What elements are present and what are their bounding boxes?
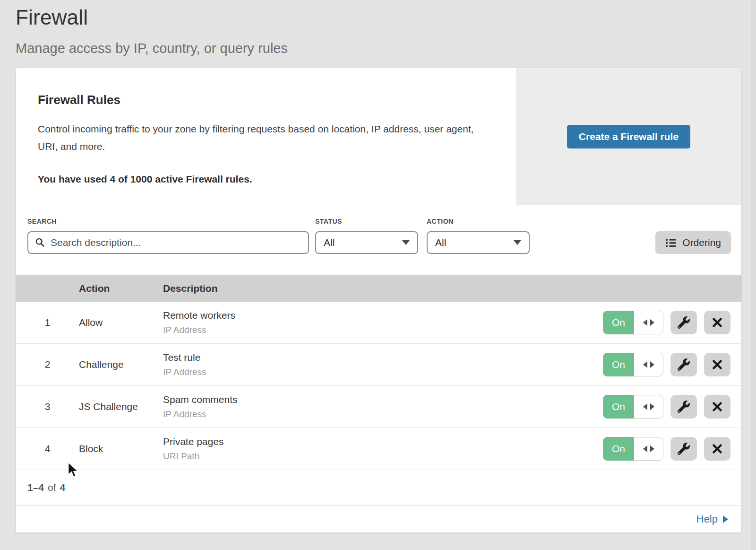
rule-description-cell: Test rule IP Address [163, 352, 603, 377]
rules-summary-section: Firewall Rules Control incoming traffic … [16, 68, 741, 205]
wrench-icon [678, 443, 690, 455]
delete-rule-button[interactable] [704, 395, 730, 419]
filter-bar: SEARCH STATUS All [16, 205, 741, 275]
card-description: Control incoming traffic to your zone by… [38, 121, 487, 156]
rules-table-header: Action Description [16, 275, 741, 302]
rule-status-toggle[interactable]: On [603, 395, 663, 419]
rules-summary-text: Firewall Rules Control incoming traffic … [16, 68, 516, 205]
pagination-of: of [48, 482, 56, 493]
toggle-on-label: On [603, 437, 634, 461]
create-firewall-rule-button[interactable]: Create a Firewall rule [567, 125, 690, 148]
ordered-list-icon [665, 237, 676, 248]
edit-rule-button[interactable] [670, 311, 697, 334]
rule-status-toggle[interactable]: On [603, 311, 663, 334]
ordering-button-label: Ordering [682, 237, 721, 248]
search-label: SEARCH [27, 218, 309, 225]
rule-action: Block [79, 443, 163, 454]
close-icon [712, 443, 723, 454]
edit-rule-button[interactable] [670, 395, 697, 419]
rule-row: 4 Block Private pages URI Path On [16, 428, 741, 470]
rule-controls: On [603, 311, 741, 334]
wrench-icon [678, 401, 690, 413]
rule-match-type: URI Path [163, 451, 603, 462]
rule-status-toggle[interactable]: On [603, 437, 663, 461]
close-icon [712, 317, 723, 328]
ordering-button[interactable]: Ordering [655, 231, 731, 254]
search-icon [35, 237, 45, 248]
rule-description: Remote workers [163, 310, 603, 321]
toggle-arrows-icon[interactable] [634, 437, 663, 461]
create-rule-panel: Create a Firewall rule [516, 68, 741, 205]
rule-row: 3 JS Challenge Spam comments IP Address … [16, 386, 741, 428]
action-select[interactable]: All [427, 231, 530, 254]
page-subtitle: Manage access by IP, country, or query r… [16, 41, 756, 56]
action-label: ACTION [427, 218, 530, 225]
toggle-on-label: On [603, 311, 634, 334]
delete-rule-button[interactable] [704, 311, 730, 334]
close-icon [712, 359, 723, 370]
status-select[interactable]: All [315, 231, 418, 254]
rule-priority: 1 [16, 317, 79, 328]
close-icon [712, 401, 723, 412]
pagination-row: 1–4 of 4 [16, 470, 741, 506]
chevron-down-icon [514, 240, 521, 245]
status-label: STATUS [315, 218, 418, 225]
rule-controls: On [603, 437, 741, 461]
delete-rule-button[interactable] [704, 437, 730, 461]
rule-row: 1 Allow Remote workers IP Address On [16, 302, 741, 344]
rule-controls: On [603, 353, 741, 376]
help-row: Help [16, 506, 741, 533]
description-column-header: Description [163, 283, 741, 294]
toggle-arrows-icon[interactable] [634, 395, 663, 419]
toggle-on-label: On [603, 353, 634, 376]
rule-match-type: IP Address [163, 325, 603, 335]
firewall-rules-card: Firewall Rules Control incoming traffic … [16, 68, 742, 533]
edit-rule-button[interactable] [670, 437, 697, 461]
rules-table-body: 1 Allow Remote workers IP Address On [16, 302, 741, 470]
edit-rule-button[interactable] [670, 353, 697, 376]
rule-match-type: IP Address [163, 367, 603, 377]
firewall-page: Firewall Manage access by IP, country, o… [0, 0, 756, 550]
wrench-icon [678, 358, 690, 371]
wrench-icon [678, 316, 690, 329]
toggle-on-label: On [603, 395, 634, 419]
page-header: Firewall Manage access by IP, country, o… [0, 0, 756, 56]
rule-row: 2 Challenge Test rule IP Address On [16, 344, 741, 386]
rule-priority: 3 [16, 401, 79, 412]
rule-action: JS Challenge [79, 401, 163, 412]
card-title: Firewall Rules [38, 93, 497, 107]
help-link[interactable]: Help [696, 513, 728, 525]
search-input[interactable] [51, 237, 301, 248]
rule-description-cell: Spam comments IP Address [163, 394, 603, 419]
status-select-value: All [324, 237, 335, 248]
rule-action: Challenge [79, 359, 163, 370]
right-triangle-icon [723, 515, 728, 523]
rule-description: Spam comments [163, 394, 603, 405]
search-box[interactable] [27, 231, 309, 254]
rule-priority: 2 [16, 359, 79, 370]
rules-usage-count: You have used 4 of 1000 active Firewall … [38, 174, 497, 185]
page-title: Firewall [16, 6, 756, 29]
rule-priority: 4 [16, 443, 79, 454]
rule-status-toggle[interactable]: On [603, 353, 663, 376]
rule-description: Private pages [163, 436, 603, 447]
toggle-arrows-icon[interactable] [634, 353, 663, 376]
rule-action: Allow [79, 317, 163, 328]
rule-match-type: IP Address [163, 409, 603, 419]
pagination-total: 4 [60, 482, 66, 493]
chevron-down-icon [402, 240, 410, 245]
toggle-arrows-icon[interactable] [634, 311, 663, 334]
help-link-label: Help [696, 513, 718, 525]
delete-rule-button[interactable] [704, 353, 730, 376]
rule-controls: On [603, 395, 741, 419]
rule-description: Test rule [163, 352, 603, 363]
action-select-value: All [435, 237, 446, 248]
status-filter-group: STATUS All [315, 218, 418, 254]
rule-description-cell: Remote workers IP Address [163, 310, 603, 335]
pagination-range: 1–4 [27, 482, 44, 493]
rule-description-cell: Private pages URI Path [163, 436, 603, 462]
action-filter-group: ACTION All [427, 218, 530, 254]
search-filter-group: SEARCH [27, 218, 309, 254]
action-column-header: Action [79, 283, 163, 294]
